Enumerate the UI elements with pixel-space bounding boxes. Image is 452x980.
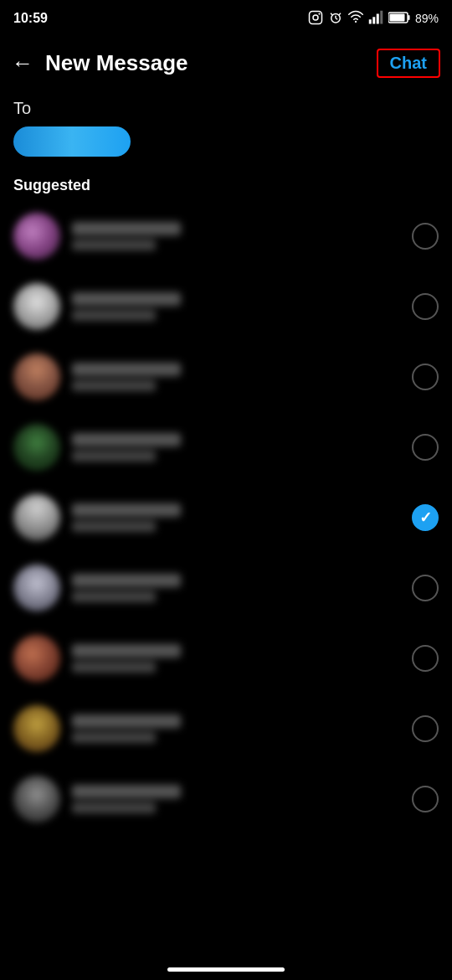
svg-point-1 <box>313 15 318 20</box>
signal-icon <box>368 10 383 28</box>
chat-button[interactable]: Chat <box>377 49 440 78</box>
svg-rect-9 <box>369 19 372 23</box>
contact-avatar <box>13 353 60 400</box>
contact-info <box>72 644 412 673</box>
contact-name <box>72 222 181 235</box>
contact-avatar <box>13 283 60 330</box>
svg-line-7 <box>339 13 341 14</box>
status-time: 10:59 <box>13 11 48 26</box>
svg-point-2 <box>318 13 320 14</box>
contact-item[interactable]: ✓ <box>0 623 452 694</box>
contact-item[interactable]: ✓ <box>0 271 452 342</box>
contact-handle <box>72 240 156 250</box>
contact-checkbox[interactable]: ✓ <box>412 715 439 742</box>
contact-checkbox[interactable]: ✓ <box>412 434 439 461</box>
contact-avatar <box>13 213 60 260</box>
contact-avatar <box>13 565 60 611</box>
contact-item[interactable]: ✓ <box>0 201 452 271</box>
contact-info <box>72 503 412 532</box>
contact-checkbox[interactable]: ✓ <box>412 504 439 531</box>
header-left: ← New Message <box>8 47 188 80</box>
contact-checkbox[interactable]: ✓ <box>412 575 439 601</box>
contact-item[interactable]: ✓ <box>0 764 452 834</box>
svg-rect-15 <box>389 13 404 21</box>
status-bar: 10:59 <box>0 0 452 34</box>
battery-icon <box>388 12 410 26</box>
contact-info <box>72 433 412 462</box>
back-button[interactable]: ← <box>8 47 37 80</box>
alarm-icon <box>328 10 343 28</box>
contact-handle <box>72 310 156 321</box>
contact-checkbox[interactable]: ✓ <box>412 645 439 672</box>
contact-avatar <box>13 705 60 752</box>
to-input-bar[interactable] <box>13 126 131 157</box>
suggested-label: Suggested <box>0 165 452 201</box>
contact-item[interactable]: ✓ <box>0 694 452 764</box>
contact-checkbox[interactable]: ✓ <box>412 293 439 320</box>
contact-name <box>72 714 181 728</box>
contact-info <box>72 292 412 321</box>
contact-info <box>72 222 412 250</box>
contact-handle <box>72 380 156 391</box>
contact-checkbox[interactable]: ✓ <box>412 364 439 390</box>
contact-info <box>72 714 412 743</box>
contact-info <box>72 363 412 391</box>
contact-handle <box>72 662 156 673</box>
contact-handle <box>72 521 156 532</box>
svg-line-6 <box>331 13 332 14</box>
contact-avatar <box>13 776 60 823</box>
contact-name <box>72 433 181 446</box>
contact-handle <box>72 732 156 743</box>
status-icons: 89% <box>308 10 439 28</box>
contact-info <box>72 574 412 602</box>
svg-rect-11 <box>377 13 379 23</box>
contact-handle <box>72 802 156 813</box>
contact-checkbox[interactable]: ✓ <box>412 223 439 250</box>
contact-handle <box>72 591 156 602</box>
contact-name <box>72 292 181 306</box>
contact-name <box>72 503 181 517</box>
contact-checkbox[interactable]: ✓ <box>412 786 439 812</box>
contact-info <box>72 785 412 813</box>
contact-avatar <box>13 494 60 541</box>
header: ← New Message Chat <box>0 34 452 92</box>
contact-item[interactable]: ✓ <box>0 412 452 482</box>
contact-avatar <box>13 635 60 682</box>
home-indicator <box>167 967 285 972</box>
instagram-icon <box>308 10 323 28</box>
wifi-icon <box>348 10 363 28</box>
contact-name <box>72 644 181 658</box>
to-section: To <box>0 92 452 165</box>
svg-line-5 <box>336 18 337 19</box>
contact-list: ✓✓✓✓✓✓✓✓✓ <box>0 201 452 834</box>
svg-rect-10 <box>372 17 375 23</box>
contact-handle <box>72 451 156 462</box>
contact-item[interactable]: ✓ <box>0 482 452 553</box>
to-label: To <box>13 99 439 118</box>
svg-point-8 <box>355 20 357 22</box>
page-title: New Message <box>45 50 188 76</box>
battery-percent: 89% <box>415 12 439 25</box>
contact-name <box>72 363 181 376</box>
svg-rect-12 <box>380 10 383 23</box>
contact-avatar <box>13 424 60 471</box>
contact-name <box>72 574 181 587</box>
contact-name <box>72 785 181 798</box>
contact-item[interactable]: ✓ <box>0 553 452 623</box>
contact-item[interactable]: ✓ <box>0 342 452 412</box>
svg-rect-14 <box>408 15 409 20</box>
